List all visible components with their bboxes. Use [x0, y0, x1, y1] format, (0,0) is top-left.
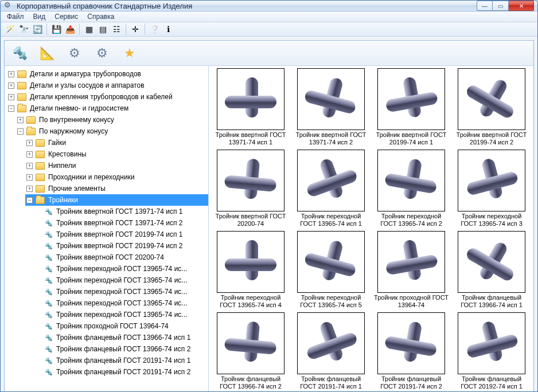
- expand-icon[interactable]: +: [26, 186, 33, 192]
- folder-icon: [36, 151, 45, 158]
- close-button[interactable]: ✕: [509, 1, 534, 11]
- tree-leaf[interactable]: 🔩Тройник переходной ГОСТ 13965-74 ис...: [34, 275, 208, 286]
- list-view-icon[interactable]: ▤: [96, 22, 110, 36]
- bolt-icon[interactable]: 🔩: [7, 42, 32, 64]
- grid-view-icon[interactable]: ▦: [82, 22, 96, 36]
- maximize-button[interactable]: ▭: [493, 1, 509, 11]
- thumbnail-render: [217, 312, 284, 374]
- tree-folder[interactable]: +Крестовины: [25, 148, 208, 160]
- thumbnail-item[interactable]: Тройник фланцевый ГОСТ 20192-74 исп 1: [454, 312, 529, 390]
- tree-node-label: Тройник ввертной ГОСТ 20199-74 исп 2: [56, 241, 183, 251]
- thumbnail-item[interactable]: Тройник фланцевый ГОСТ 13966-74 исп 1: [454, 231, 529, 309]
- export-icon[interactable]: 📤: [63, 22, 77, 36]
- expand-icon[interactable]: +: [26, 174, 33, 181]
- tree-leaf[interactable]: 🔩Тройник переходной ГОСТ 13965-74 ис...: [34, 263, 208, 275]
- tree-leaf[interactable]: 🔩Тройник ввертной ГОСТ 20200-74: [34, 252, 208, 263]
- axes-icon[interactable]: ✛: [128, 22, 142, 36]
- save-icon[interactable]: 💾: [49, 22, 63, 36]
- folder-icon: [36, 174, 45, 181]
- tree-leaf[interactable]: 🔩Тройник проходной ГОСТ 13964-74: [34, 320, 208, 332]
- thumbnail-item[interactable]: Тройник ввертной ГОСТ 20200-74: [213, 150, 288, 228]
- fastener-icon[interactable]: ⚙: [62, 42, 87, 64]
- collapse-icon[interactable]: −: [8, 105, 14, 112]
- thumbnail-item[interactable]: Тройник проходной ГОСТ 13964-74: [374, 231, 449, 309]
- menu-справка[interactable]: Справка: [83, 11, 118, 22]
- expand-icon[interactable]: +: [8, 71, 14, 77]
- content-wrap: 🔩📐⚙⚙★ +Детали и арматура трубопроводов+Д…: [1, 37, 537, 392]
- help-icon[interactable]: ❔: [147, 22, 161, 36]
- thumbnail-item[interactable]: Тройник ввертной ГОСТ 20199-74 исп 2: [454, 68, 529, 146]
- gear-icon[interactable]: ⚙: [89, 42, 115, 64]
- tree-node-label: Тройник фланцевый ГОСТ 20191-74 исп 1: [56, 355, 190, 366]
- tree-leaf[interactable]: 🔩Тройник переходной ГОСТ 13965-74 ис...: [34, 297, 208, 309]
- thumbnail-item[interactable]: Тройник переходной ГОСТ 13965-74 исп 1: [294, 150, 368, 228]
- tree-leaf[interactable]: 🔩Тройник переходной ГОСТ 13965-74 ис...: [34, 309, 208, 320]
- tree-folder[interactable]: −По наружному конусу: [16, 126, 208, 137]
- refresh-icon[interactable]: 🔄: [30, 22, 44, 36]
- tree-leaf[interactable]: 🔩Тройник фланцевый ГОСТ 20191-74 исп 1: [34, 355, 208, 366]
- tree-folder[interactable]: +Гайки: [25, 137, 208, 148]
- tree-leaf[interactable]: 🔩Тройник фланцевый ГОСТ 20191-74 исп 2: [34, 366, 208, 378]
- tree-leaf[interactable]: 🔩Тройник ввертной ГОСТ 13971-74 исп 1: [34, 206, 208, 217]
- thumbnail-item[interactable]: Тройник ввертной ГОСТ 13971-74 исп 1: [213, 68, 288, 146]
- wizard-icon[interactable]: 🪄: [3, 22, 17, 36]
- collapse-icon[interactable]: −: [26, 197, 33, 203]
- tree-folder[interactable]: +Проходники и переходники: [25, 171, 208, 183]
- expand-icon[interactable]: +: [26, 151, 33, 158]
- thumbnail-render: [377, 68, 445, 130]
- thumbnail-item[interactable]: Тройник переходной ГОСТ 13965-74 исп 2: [374, 150, 449, 228]
- thumbnail-item[interactable]: Тройник переходной ГОСТ 13965-74 исп 3: [454, 150, 529, 228]
- tree-leaf[interactable]: 🔩Тройник ввертной ГОСТ 20199-74 исп 2: [34, 240, 208, 252]
- tree-node-label: Тройник переходной ГОСТ 13965-74 ис...: [56, 298, 187, 308]
- menu-вид[interactable]: Вид: [29, 11, 50, 22]
- tree-leaf[interactable]: 🔩Тройник ввертной ГОСТ 13971-74 исп 2: [34, 217, 208, 229]
- main-panel: 🔩📐⚙⚙★ +Детали и арматура трубопроводов+Д…: [4, 40, 534, 392]
- tree-node-label: Детали пневмо- и гидросистем: [30, 103, 128, 113]
- thumbnail-item[interactable]: Тройник ввертной ГОСТ 20199-74 исп 1: [374, 68, 449, 146]
- expand-icon[interactable]: +: [8, 83, 14, 89]
- tree-leaf[interactable]: 🔩Тройник фланцевый ГОСТ 13966-74 исп 1: [34, 332, 208, 343]
- menu-файл[interactable]: Файл: [3, 11, 28, 22]
- thumbnail-item[interactable]: Тройник фланцевый ГОСТ 20191-74 исп 2: [374, 312, 449, 390]
- main-toolbar: 🪄🔭🔄💾📤▦▤☷✛❔ℹ: [1, 22, 537, 37]
- collapse-icon[interactable]: −: [17, 128, 24, 135]
- thumbnail-caption: Тройник переходной ГОСТ 13965-74 исп 1: [294, 213, 368, 228]
- favorite-icon[interactable]: ★: [117, 42, 142, 64]
- thumbnail-render: [297, 68, 365, 130]
- tree-leaf[interactable]: 🔩Тройник фланцевый ГОСТ 13966-74 исп 2: [34, 343, 208, 355]
- info-icon[interactable]: ℹ: [161, 22, 175, 36]
- tree-folder[interactable]: +Детали и арматура трубопроводов: [7, 68, 208, 80]
- tree-node-label: Тройник фланцевый ГОСТ 13966-74 исп 1: [56, 332, 190, 343]
- thumbnail-item[interactable]: Тройник фланцевый ГОСТ 13966-74 исп 2: [213, 312, 288, 390]
- thumbnail-item[interactable]: Тройник переходной ГОСТ 13965-74 исп 4: [213, 231, 288, 309]
- tree-folder[interactable]: +Ниппели: [25, 160, 208, 171]
- details-view-icon[interactable]: ☷: [110, 22, 123, 36]
- thumbnail-item[interactable]: Тройник переходной ГОСТ 13965-74 исп 5: [294, 231, 368, 309]
- thumbnail-item[interactable]: Тройник фланцевый ГОСТ 20191-74 исп 1: [294, 312, 368, 390]
- thumbnail-render: [458, 68, 525, 130]
- tree-leaf[interactable]: 🔩Тройник переходной ГОСТ 13965-74 ис...: [34, 286, 208, 297]
- tree-folder[interactable]: +По внутреннему конусу: [16, 114, 208, 126]
- tree-folder[interactable]: +Прочие элементы: [25, 183, 208, 194]
- thumbnail-item[interactable]: Тройник ввертной ГОСТ 13971-74 исп 2: [294, 68, 368, 146]
- binoculars-icon[interactable]: 🔭: [17, 22, 30, 36]
- folder-icon: [17, 93, 26, 101]
- minimize-button[interactable]: —: [477, 1, 493, 11]
- expand-icon[interactable]: +: [26, 140, 33, 146]
- tree-folder[interactable]: +Детали крепления трубопроводов и кабеле…: [7, 91, 208, 103]
- gallery-pane[interactable]: Тройник ввертной ГОСТ 13971-74 исп 1Трой…: [209, 66, 533, 392]
- expand-icon[interactable]: +: [26, 163, 33, 169]
- part-icon: 🔩: [45, 345, 53, 353]
- tree-leaf[interactable]: 🔩Тройник ввертной ГОСТ 20199-74 исп 1: [34, 229, 208, 240]
- expand-icon[interactable]: +: [17, 117, 24, 123]
- thumbnail-caption: Тройник фланцевый ГОСТ 20191-74 исп 2: [374, 375, 449, 390]
- tree-node-label: Тройник ввертной ГОСТ 13971-74 исп 1: [56, 206, 183, 217]
- tree-folder[interactable]: +Детали и узлы сосудов и аппаратов: [7, 80, 208, 91]
- expand-icon[interactable]: +: [8, 94, 14, 100]
- menu-сервис[interactable]: Сервис: [50, 11, 82, 22]
- drawing-icon[interactable]: 📐: [34, 42, 60, 64]
- tree-folder[interactable]: −Тройники: [25, 194, 208, 206]
- tree-pane[interactable]: +Детали и арматура трубопроводов+Детали …: [5, 66, 209, 392]
- tree-folder[interactable]: −Детали пневмо- и гидросистем: [7, 103, 208, 114]
- thumbnail-caption: Тройник ввертной ГОСТ 20199-74 исп 2: [454, 131, 529, 146]
